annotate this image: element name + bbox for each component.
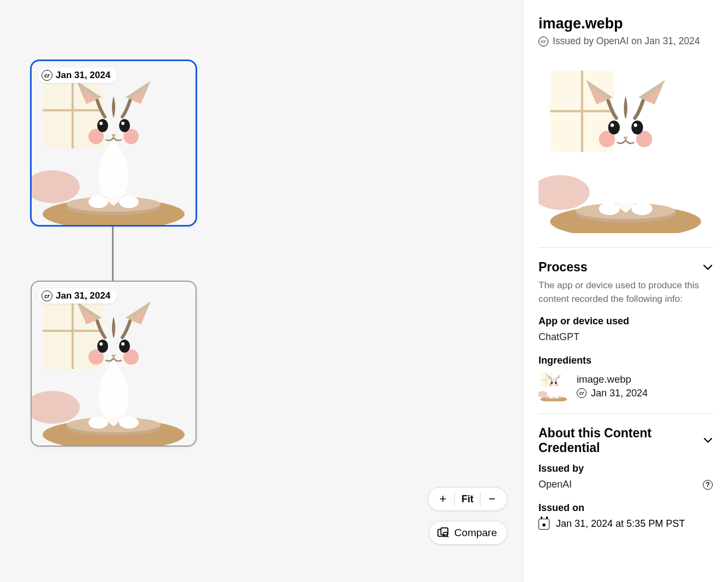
divider: [454, 492, 455, 506]
calendar-icon: [538, 519, 549, 530]
compare-icon: [437, 527, 449, 538]
chevron-down-icon: [703, 437, 713, 444]
content-credentials-icon: [538, 37, 548, 46]
issued-by-value: OpenAI: [538, 479, 572, 490]
ingredient-date-text: Jan 31, 2024: [591, 388, 648, 399]
svg-rect-22: [441, 528, 448, 535]
issued-on-label: Issued on: [538, 502, 713, 514]
ingredient-thumbnail: [538, 371, 569, 401]
zoom-fit-button[interactable]: Fit: [457, 494, 478, 505]
process-title: Process: [538, 260, 588, 275]
chevron-down-icon: [703, 264, 713, 271]
graph-edge: [112, 224, 114, 282]
graph-node[interactable]: Jan 31, 2024: [32, 282, 196, 446]
graph-node-selected[interactable]: Jan 31, 2024: [32, 61, 196, 225]
process-description: The app or device used to produce this c…: [538, 279, 713, 306]
zoom-in-button[interactable]: +: [434, 490, 452, 508]
ingredient-date: Jan 31, 2024: [577, 388, 648, 399]
zoom-controls: + Fit −: [428, 487, 507, 511]
details-sidebar: image.webp Issued by OpenAI on Jan 31, 2…: [523, 0, 728, 582]
ingredient-item[interactable]: image.webp Jan 31, 2024: [538, 371, 713, 401]
file-name: image.webp: [538, 15, 713, 32]
issued-on-value: Jan 31, 2024 at 5:35 PM PST: [556, 518, 685, 530]
divider: [538, 247, 713, 248]
compare-label: Compare: [454, 527, 497, 539]
ingredients-label: Ingredients: [538, 355, 713, 366]
about-title: About this Content Credential: [538, 426, 703, 455]
help-icon[interactable]: [703, 480, 713, 490]
about-section-toggle[interactable]: About this Content Credential: [538, 426, 713, 455]
issued-by-row: OpenAI: [538, 479, 713, 490]
content-credentials-icon: [577, 388, 587, 398]
ingredient-filename: image.webp: [577, 373, 648, 385]
node-thumbnail: [32, 61, 196, 225]
app-root: Jan 31, 2024 Jan 31, 2024 + Fit −: [0, 0, 728, 582]
app-used-label: App or device used: [538, 316, 713, 327]
node-date-badge: Jan 31, 2024: [38, 68, 117, 83]
node-thumbnail: [32, 282, 196, 446]
issued-summary: Issued by OpenAI on Jan 31, 2024: [538, 35, 713, 47]
issued-by-label: Issued by: [538, 463, 713, 474]
divider: [538, 413, 713, 414]
issued-summary-text: Issued by OpenAI on Jan 31, 2024: [553, 35, 700, 47]
preview-thumbnail: [538, 59, 713, 233]
process-section-toggle[interactable]: Process: [538, 260, 713, 275]
content-credentials-icon: [42, 290, 52, 301]
node-date: Jan 31, 2024: [56, 290, 110, 301]
node-date: Jan 31, 2024: [56, 70, 110, 81]
svg-line-24: [447, 536, 448, 537]
compare-button[interactable]: Compare: [429, 521, 507, 545]
content-credentials-icon: [42, 70, 52, 81]
zoom-out-button[interactable]: −: [483, 490, 501, 508]
divider: [480, 492, 481, 506]
image-preview[interactable]: [538, 59, 713, 233]
issued-on-row: Jan 31, 2024 at 5:35 PM PST: [538, 518, 713, 530]
node-date-badge: Jan 31, 2024: [38, 288, 117, 304]
provenance-canvas[interactable]: Jan 31, 2024 Jan 31, 2024 + Fit −: [0, 0, 523, 582]
ingredient-info: image.webp Jan 31, 2024: [577, 373, 648, 399]
app-used-value: ChatGPT: [538, 331, 713, 343]
